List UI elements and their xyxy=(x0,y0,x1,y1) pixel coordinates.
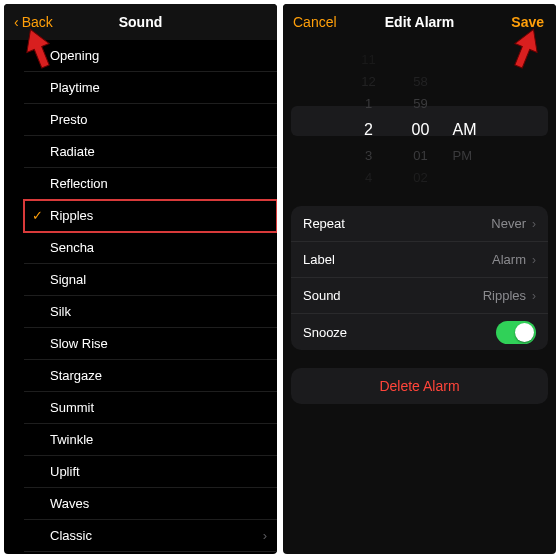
sound-screen: ‹ Back Sound OpeningPlaytimePrestoRadiat… xyxy=(4,4,277,554)
sound-item-label: Radiate xyxy=(50,144,277,159)
sound-item-label: Presto xyxy=(50,112,277,127)
list-item[interactable]: Reflection xyxy=(24,168,277,200)
list-item[interactable]: Presto xyxy=(24,104,277,136)
list-item[interactable]: Sencha xyxy=(24,232,277,264)
sound-item-label: Twinkle xyxy=(50,432,277,447)
list-item[interactable]: Signal xyxy=(24,264,277,296)
page-title: Edit Alarm xyxy=(385,14,455,30)
back-label: Back xyxy=(22,14,53,30)
edit-alarm-screen: Cancel Edit Alarm Save 11 12 1 2 3 4 . 5… xyxy=(283,4,556,554)
sound-list[interactable]: OpeningPlaytimePrestoRadiateReflection✓R… xyxy=(4,40,277,552)
sound-item-label: Silk xyxy=(50,304,277,319)
sound-item-label: Waves xyxy=(50,496,277,511)
list-item[interactable]: Uplift xyxy=(24,456,277,488)
delete-alarm-button[interactable]: Delete Alarm xyxy=(291,368,548,404)
navbar-edit: Cancel Edit Alarm Save xyxy=(283,4,556,40)
picker-ampm[interactable]: . . . AM PM . xyxy=(447,49,497,189)
chevron-right-icon: › xyxy=(263,528,267,543)
row-sound[interactable]: Sound Ripples › xyxy=(291,278,548,314)
chevron-right-icon: › xyxy=(532,289,536,303)
snooze-toggle[interactable] xyxy=(496,321,536,344)
sound-item-label: Classic xyxy=(50,528,263,543)
checkmark-icon: ✓ xyxy=(24,208,50,223)
cancel-button[interactable]: Cancel xyxy=(293,14,337,30)
row-snooze: Snooze xyxy=(291,314,548,350)
chevron-left-icon: ‹ xyxy=(14,15,19,29)
list-item[interactable]: Opening xyxy=(24,40,277,72)
chevron-right-icon: › xyxy=(532,217,536,231)
sound-item-label: Summit xyxy=(50,400,277,415)
row-label[interactable]: Label Alarm › xyxy=(291,242,548,278)
list-item[interactable]: Waves xyxy=(24,488,277,520)
list-item[interactable]: ✓Ripples xyxy=(24,200,277,232)
list-item[interactable]: Silk xyxy=(24,296,277,328)
save-button[interactable]: Save xyxy=(511,14,544,30)
list-item[interactable]: Slow Rise xyxy=(24,328,277,360)
alarm-settings: Repeat Never › Label Alarm › Sound Rippl… xyxy=(291,206,548,350)
sound-item-label: Slow Rise xyxy=(50,336,277,351)
sound-item-label: Ripples xyxy=(50,208,277,223)
list-item[interactable]: Playtime xyxy=(24,72,277,104)
page-title: Sound xyxy=(119,14,163,30)
sound-item-label: Sencha xyxy=(50,240,277,255)
list-item[interactable]: Stargaze xyxy=(24,360,277,392)
back-button[interactable]: ‹ Back xyxy=(14,14,53,30)
toggle-knob xyxy=(515,323,534,342)
delete-section: Delete Alarm xyxy=(291,368,548,404)
list-item[interactable]: Classic› xyxy=(24,520,277,552)
save-label: Save xyxy=(511,14,544,30)
chevron-right-icon: › xyxy=(532,253,536,267)
cancel-label: Cancel xyxy=(293,14,337,30)
sound-item-label: Stargaze xyxy=(50,368,277,383)
sound-item-label: Opening xyxy=(50,48,277,63)
picker-minute[interactable]: . 58 59 00 01 02 xyxy=(395,49,447,189)
row-repeat[interactable]: Repeat Never › xyxy=(291,206,548,242)
time-picker[interactable]: 11 12 1 2 3 4 . 58 59 00 01 02 . . . AM … xyxy=(291,54,548,184)
sound-item-label: Uplift xyxy=(50,464,277,479)
list-item[interactable]: Radiate xyxy=(24,136,277,168)
list-item[interactable]: Twinkle xyxy=(24,424,277,456)
sound-item-label: Reflection xyxy=(50,176,277,191)
sound-item-label: Signal xyxy=(50,272,277,287)
list-item[interactable]: Summit xyxy=(24,392,277,424)
sound-item-label: Playtime xyxy=(50,80,277,95)
picker-hour[interactable]: 11 12 1 2 3 4 xyxy=(343,49,395,189)
navbar-sound: ‹ Back Sound xyxy=(4,4,277,40)
